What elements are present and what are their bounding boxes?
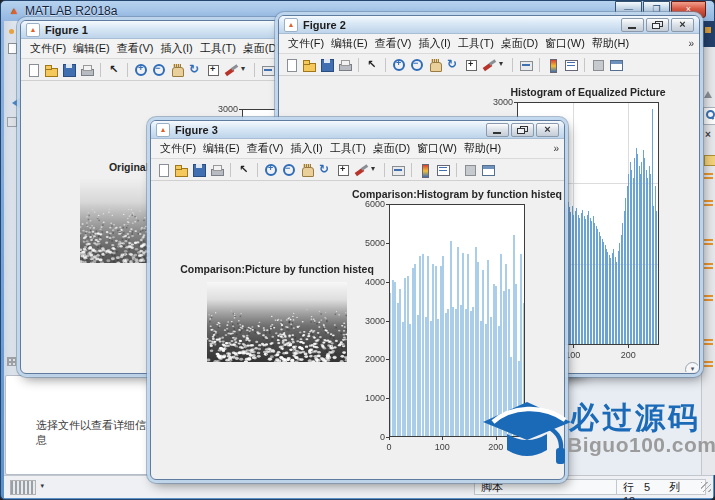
toolbar-separator <box>456 163 457 177</box>
zoom-out-icon[interactable] <box>151 62 167 78</box>
dock-handle-button[interactable] <box>10 480 36 495</box>
save-figure-icon[interactable] <box>319 57 335 73</box>
print-figure-icon[interactable] <box>209 162 225 178</box>
menu-item-1[interactable]: 编辑(E) <box>73 41 110 56</box>
menu-item-5[interactable]: 桌面(D) <box>243 41 280 56</box>
print-figure-icon[interactable] <box>79 62 95 78</box>
edit-plot-icon[interactable] <box>106 62 122 78</box>
data-cursor-icon[interactable] <box>463 57 479 73</box>
show-plot-tools-icon[interactable] <box>480 162 496 178</box>
new-figure-icon[interactable] <box>283 57 299 73</box>
menu-item-3[interactable]: 插入(I) <box>160 41 192 56</box>
figure2-titlebar[interactable]: ▲ Figure 2 <box>279 16 699 34</box>
histogram-bar <box>644 158 645 345</box>
zoom-in-icon[interactable] <box>391 57 407 73</box>
link-plot-icon[interactable] <box>518 57 534 73</box>
open-file-icon[interactable] <box>173 162 189 178</box>
new-figure-icon[interactable] <box>155 162 171 178</box>
menu-item-3[interactable]: 插入(I) <box>418 36 450 51</box>
menu-item-1[interactable]: 编辑(E) <box>203 141 240 156</box>
menu-overflow-icon[interactable]: » <box>688 38 694 49</box>
menu-item-2[interactable]: 查看(V) <box>117 41 154 56</box>
menu-item-7[interactable]: 帮助(H) <box>464 141 501 156</box>
pan-icon[interactable] <box>299 162 315 178</box>
edit-plot-icon[interactable] <box>236 162 252 178</box>
new-figure-icon[interactable] <box>25 62 41 78</box>
brush-dropdown-icon[interactable] <box>241 62 249 78</box>
figure3-menubar: 文件(F)编辑(E)查看(V)插入(I)工具(T)桌面(D)窗口(W)帮助(H)… <box>151 139 564 159</box>
warning-marker <box>704 263 713 265</box>
insert-legend-icon[interactable] <box>563 57 579 73</box>
menu-item-3[interactable]: 插入(I) <box>290 141 322 156</box>
restore-button[interactable] <box>511 123 534 137</box>
rotate-3d-icon[interactable] <box>187 62 203 78</box>
menu-item-0[interactable]: 文件(F) <box>30 41 66 56</box>
pan-icon[interactable] <box>427 57 443 73</box>
back-arrow-icon[interactable] <box>6 97 21 109</box>
menu-item-6[interactable]: 窗口(W) <box>417 141 457 156</box>
save-figure-icon[interactable] <box>61 62 77 78</box>
menu-item-5[interactable]: 桌面(D) <box>373 141 410 156</box>
folder-icon[interactable] <box>704 155 715 166</box>
histogram-bar <box>442 256 444 437</box>
histogram-bar <box>582 210 583 345</box>
zoom-in-icon[interactable] <box>133 62 149 78</box>
hide-plot-tools-icon[interactable] <box>462 162 478 178</box>
menu-item-2[interactable]: 查看(V) <box>375 36 412 51</box>
minimize-button[interactable] <box>621 18 644 32</box>
plot-tools-corner-button[interactable]: ▾ <box>685 362 698 372</box>
menu-item-0[interactable]: 文件(F) <box>160 141 196 156</box>
link-plot-icon[interactable] <box>260 62 276 78</box>
print-figure-icon[interactable] <box>337 57 353 73</box>
restore-button[interactable] <box>646 18 669 32</box>
data-cursor-icon[interactable] <box>335 162 351 178</box>
hide-plot-tools-icon[interactable] <box>590 57 606 73</box>
menu-item-4[interactable]: 工具(T) <box>200 41 236 56</box>
figure3-titlebar[interactable]: ▲ Figure 3 <box>151 121 564 139</box>
close-button[interactable] <box>536 123 559 137</box>
zoom-out-icon[interactable] <box>281 162 297 178</box>
histogram-bar <box>445 313 447 437</box>
histogram-bar <box>407 276 409 437</box>
data-cursor-icon[interactable] <box>205 62 221 78</box>
histogram-bar <box>646 170 647 345</box>
menu-item-0[interactable]: 文件(F) <box>288 36 324 51</box>
brush-dropdown-icon[interactable] <box>499 57 507 73</box>
insert-colorbar-icon[interactable] <box>545 57 561 73</box>
search-icon[interactable] <box>703 107 715 125</box>
menu-item-7[interactable]: 帮助(H) <box>592 36 629 51</box>
save-figure-icon[interactable] <box>191 162 207 178</box>
brush-icon[interactable] <box>353 162 369 178</box>
histogram-bar <box>570 212 571 345</box>
rotate-3d-icon[interactable] <box>317 162 333 178</box>
brush-dropdown-icon[interactable] <box>371 162 379 178</box>
open-file-icon[interactable] <box>301 57 317 73</box>
resize-grip[interactable] <box>701 482 711 492</box>
menu-item-4[interactable]: 工具(T) <box>458 36 494 51</box>
rotate-3d-icon[interactable] <box>445 57 461 73</box>
menu-item-1[interactable]: 编辑(E) <box>331 36 368 51</box>
link-plot-icon[interactable] <box>390 162 406 178</box>
insert-legend-icon[interactable] <box>435 162 451 178</box>
menu-item-5[interactable]: 桌面(D) <box>501 36 538 51</box>
histogram-bar <box>412 268 414 437</box>
pan-icon[interactable] <box>169 62 185 78</box>
histogram-bar <box>599 232 600 345</box>
menu-item-2[interactable]: 查看(V) <box>247 141 284 156</box>
open-file-icon[interactable] <box>43 62 59 78</box>
zoom-out-icon[interactable] <box>409 57 425 73</box>
close-button[interactable] <box>671 18 694 32</box>
scroll-up-icon[interactable] <box>704 87 712 98</box>
show-plot-tools-icon[interactable] <box>608 57 624 73</box>
brush-icon[interactable] <box>223 62 239 78</box>
minimize-button[interactable] <box>486 123 509 137</box>
edit-plot-icon[interactable] <box>364 57 380 73</box>
insert-colorbar-icon[interactable] <box>417 162 433 178</box>
menu-item-6[interactable]: 窗口(W) <box>545 36 585 51</box>
brush-icon[interactable] <box>481 57 497 73</box>
zoom-in-icon[interactable] <box>263 162 279 178</box>
histogram-bar <box>419 256 421 437</box>
menu-item-4[interactable]: 工具(T) <box>330 141 366 156</box>
close-icon[interactable]: × <box>705 129 711 140</box>
menu-overflow-icon[interactable]: » <box>553 143 559 154</box>
